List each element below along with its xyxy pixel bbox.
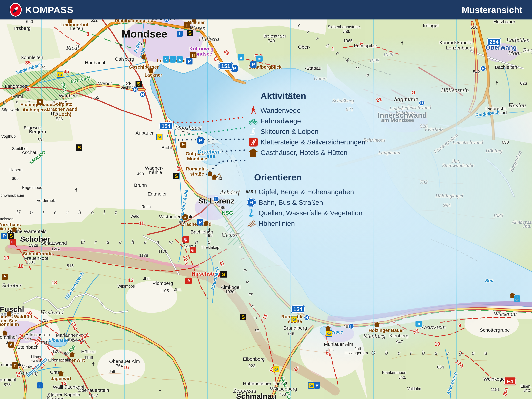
map-label: Rumingmühle — [0, 362, 23, 367]
map-label: Schober — [2, 282, 22, 288]
map-label: Entfelden — [506, 37, 530, 43]
map-label: 947 — [396, 340, 403, 344]
map-label: Steinbach — [17, 345, 38, 349]
legend-activity-item: Fahrradwege — [246, 116, 365, 126]
kompass-map-sample: KOMPASS Musteransicht Aktivitäten Wander… — [0, 0, 532, 399]
legend-activity-label: Fahrradwege — [260, 117, 301, 125]
church-icon: † — [159, 389, 161, 394]
map-label: Kulturweg — [189, 46, 214, 51]
kompass-logo-icon — [10, 3, 22, 17]
map-label: 732 — [420, 180, 428, 185]
bus-icon: ω — [57, 71, 63, 78]
legend-activity-item: Skitouren & Loipen — [246, 126, 365, 137]
legend-activity-label: Skitouren & Loipen — [260, 128, 318, 135]
map-label: 9 — [458, 323, 461, 328]
map-label: Riedl — [66, 44, 79, 51]
hstop-icon: H — [133, 87, 138, 92]
map-label: Plomberg — [152, 281, 173, 286]
map-label: Stefanihof — [0, 335, 17, 339]
map-label: Konradskapelle — [439, 40, 472, 45]
map-label: Bichl — [161, 145, 172, 150]
map-label: 864 — [437, 365, 444, 369]
hstop-icon: H — [304, 315, 310, 321]
map-label: see — [207, 153, 216, 159]
parking-icon: P — [250, 61, 257, 68]
hiker-icon — [246, 106, 260, 115]
spring-icon — [244, 209, 259, 217]
map-label: 498 — [206, 233, 212, 237]
climb-icon: ≣ — [185, 278, 192, 284]
map-label: Bambichl — [0, 377, 16, 382]
museum-icon: Π — [184, 22, 190, 28]
map-label: Höllkar — [81, 349, 96, 354]
map-label: 1047 — [40, 341, 50, 345]
swim-icon: ≈ — [170, 56, 176, 63]
map-label: Brunn — [134, 183, 147, 188]
map-label: Höribachl — [85, 60, 105, 65]
map-label: 878 — [4, 383, 11, 387]
map-label: 16 — [123, 365, 129, 370]
map-label: Jhtt. — [399, 375, 406, 379]
shieldred-icon: E4 — [504, 378, 516, 385]
map-label: Bergern — [29, 129, 46, 134]
map-label: Voglhub — [1, 134, 16, 138]
map-label: Höri- — [123, 81, 131, 85]
map-label: Aschau — [22, 150, 38, 155]
map-label: 555 — [92, 95, 99, 99]
map-label: Gaisberg — [115, 57, 134, 61]
legend-orientation-label: Quellen, Wasserfälle & Vegetation — [259, 209, 362, 217]
map-label: Lametschwand — [452, 140, 483, 145]
map-label: NSG — [222, 210, 233, 215]
golf-icon: ⚑ — [2, 274, 8, 280]
brand-name: KOMPASS — [25, 5, 74, 15]
info-icon: i — [177, 31, 183, 37]
map-label: 1205 — [52, 349, 62, 353]
legend-activities-title: Aktivitäten — [260, 91, 365, 101]
bus-icon: ω — [308, 382, 314, 389]
map-label: Höblingkogel — [435, 193, 463, 198]
swim-icon: ≈ — [416, 321, 422, 327]
map-label: Eibensee — [48, 338, 69, 343]
map-label: 1169 — [84, 355, 93, 360]
parking-icon: P — [1, 233, 7, 239]
hstop-icon: H — [140, 92, 146, 97]
legend-activities: Aktivitäten WanderwegeFahrradwegeSkitour… — [246, 91, 365, 158]
map-label: 17 — [325, 350, 331, 356]
map-label: Hilfberg — [199, 36, 219, 42]
map-label: 536 — [56, 117, 63, 121]
legend-orientation-item: HBahn, Bus & Straßen — [244, 197, 362, 208]
map-label: Schottergrube — [480, 328, 510, 332]
map-label: D r a c h e n w a n d — [81, 239, 215, 245]
map-label: 545 — [39, 65, 46, 69]
info-icon: i — [37, 382, 43, 388]
map-label: Obenauerstein — [78, 388, 109, 393]
legend-orientation-item: 885 †Gipfel, Berge & Höhenangaben — [244, 187, 362, 197]
map-label: Wistaudermühle — [159, 214, 194, 219]
map-label: Höllenstein — [441, 87, 469, 93]
golf-icon: ⚑ — [180, 142, 186, 148]
map-label: Eisen. — [520, 384, 531, 388]
map-label: 746 — [287, 331, 294, 336]
map-label: O b e r b u r g a u — [371, 350, 491, 356]
map-label: Breitenthaler — [264, 34, 286, 38]
page-title: Musteransicht — [462, 5, 522, 15]
map-label: -wald — [31, 358, 41, 362]
map-label: 526 — [420, 124, 428, 129]
map-label: 1079 — [383, 52, 393, 57]
map-label: Wendt — [98, 81, 112, 86]
map-label: 994 — [25, 337, 32, 341]
map-label: 10 — [4, 255, 9, 260]
map-label: 1 — [331, 46, 334, 51]
hut-icon — [246, 148, 260, 157]
church-icon: † — [171, 21, 173, 27]
map-label: Haslau — [508, 102, 526, 108]
map-label: 1027 — [89, 393, 98, 398]
hstop-icon: H — [419, 100, 424, 106]
sbahn-icon: S — [221, 271, 227, 278]
bus-icon: ω — [291, 316, 297, 322]
legend-activity-item: Wanderwege — [246, 105, 365, 116]
legend-orientation-label: Bahn, Bus & Straßen — [259, 199, 323, 206]
map-label: 1065 — [343, 39, 353, 43]
map-label: 764 — [116, 364, 123, 368]
map-label: Unter- — [314, 76, 327, 81]
